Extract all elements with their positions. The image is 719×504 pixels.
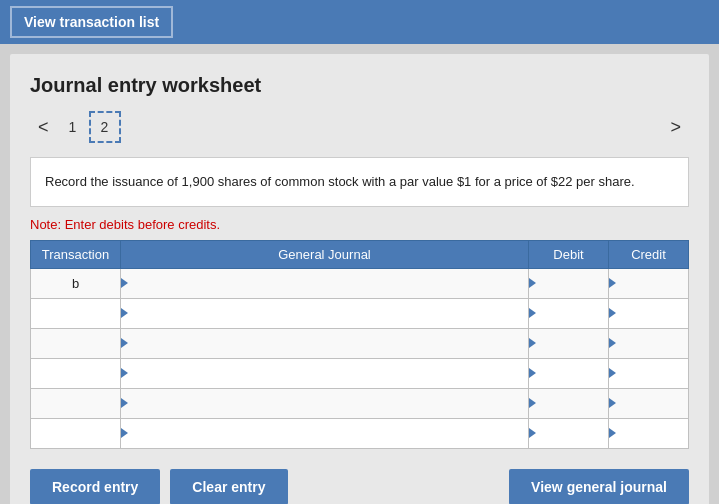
gj-cell-1[interactable]: [121, 298, 529, 328]
table-row: [31, 388, 689, 418]
gj-input-3[interactable]: [121, 359, 528, 388]
debit-input-3[interactable]: [529, 359, 608, 388]
debit-input-0[interactable]: [529, 269, 608, 298]
gj-input-2[interactable]: [121, 329, 528, 358]
debit-input-2[interactable]: [529, 329, 608, 358]
buttons-row: Record entry Clear entry View general jo…: [30, 469, 689, 505]
worksheet-title: Journal entry worksheet: [30, 74, 689, 97]
tri-left-icon: [609, 398, 616, 408]
tri-left-icon: [121, 338, 128, 348]
tri-left-icon: [121, 368, 128, 378]
credit-cell-3[interactable]: [609, 358, 689, 388]
credit-cell-0[interactable]: [609, 268, 689, 298]
tri-left-icon: [529, 338, 536, 348]
table-row: [31, 328, 689, 358]
tri-left-icon: [609, 308, 616, 318]
credit-cell-5[interactable]: [609, 418, 689, 448]
tri-left-icon: [121, 278, 128, 288]
clear-entry-button[interactable]: Clear entry: [170, 469, 287, 505]
credit-cell-1[interactable]: [609, 298, 689, 328]
debit-cell-1[interactable]: [529, 298, 609, 328]
gj-input-0[interactable]: [121, 269, 528, 298]
gj-cell-0[interactable]: [121, 268, 529, 298]
tri-left-icon: [609, 428, 616, 438]
debit-input-1[interactable]: [529, 299, 608, 328]
note-text: Note: Enter debits before credits.: [30, 217, 689, 232]
gj-input-5[interactable]: [121, 419, 528, 448]
debit-cell-3[interactable]: [529, 358, 609, 388]
transaction-cell-5: [31, 418, 121, 448]
tri-left-icon: [121, 398, 128, 408]
transaction-cell-1: [31, 298, 121, 328]
journal-table: Transaction General Journal Debit Credit…: [30, 240, 689, 449]
table-row: [31, 358, 689, 388]
table-row: [31, 298, 689, 328]
col-header-debit: Debit: [529, 240, 609, 268]
pagination: < 1 2 >: [30, 111, 689, 143]
transaction-cell-0: b: [31, 268, 121, 298]
gj-cell-5[interactable]: [121, 418, 529, 448]
col-header-transaction: Transaction: [31, 240, 121, 268]
table-header-row: Transaction General Journal Debit Credit: [31, 240, 689, 268]
col-header-general-journal: General Journal: [121, 240, 529, 268]
gj-input-4[interactable]: [121, 389, 528, 418]
instruction-box: Record the issuance of 1,900 shares of c…: [30, 157, 689, 207]
debit-cell-4[interactable]: [529, 388, 609, 418]
main-content: Journal entry worksheet < 1 2 > Record t…: [10, 54, 709, 504]
credit-input-0[interactable]: [609, 269, 688, 298]
tri-left-icon: [121, 428, 128, 438]
transaction-cell-3: [31, 358, 121, 388]
view-general-journal-button[interactable]: View general journal: [509, 469, 689, 505]
debit-input-5[interactable]: [529, 419, 608, 448]
gj-input-1[interactable]: [121, 299, 528, 328]
tri-left-icon: [529, 428, 536, 438]
debit-cell-0[interactable]: [529, 268, 609, 298]
debit-input-4[interactable]: [529, 389, 608, 418]
tri-left-icon: [121, 308, 128, 318]
debit-cell-2[interactable]: [529, 328, 609, 358]
credit-input-2[interactable]: [609, 329, 688, 358]
tri-left-icon: [529, 278, 536, 288]
debit-cell-5[interactable]: [529, 418, 609, 448]
tri-left-icon: [609, 278, 616, 288]
table-row: [31, 418, 689, 448]
credit-input-3[interactable]: [609, 359, 688, 388]
credit-input-1[interactable]: [609, 299, 688, 328]
next-page-button[interactable]: >: [662, 113, 689, 142]
credit-input-5[interactable]: [609, 419, 688, 448]
credit-input-4[interactable]: [609, 389, 688, 418]
gj-cell-3[interactable]: [121, 358, 529, 388]
table-row: b: [31, 268, 689, 298]
top-bar: View transaction list: [0, 0, 719, 44]
view-transaction-button[interactable]: View transaction list: [10, 6, 173, 38]
page-2-button[interactable]: 2: [89, 111, 121, 143]
gj-cell-4[interactable]: [121, 388, 529, 418]
tri-left-icon: [529, 308, 536, 318]
transaction-cell-4: [31, 388, 121, 418]
tri-left-icon: [609, 368, 616, 378]
prev-page-button[interactable]: <: [30, 113, 57, 142]
tri-left-icon: [529, 368, 536, 378]
gj-cell-2[interactable]: [121, 328, 529, 358]
credit-cell-2[interactable]: [609, 328, 689, 358]
tri-left-icon: [609, 338, 616, 348]
col-header-credit: Credit: [609, 240, 689, 268]
page-1-button[interactable]: 1: [57, 111, 89, 143]
record-entry-button[interactable]: Record entry: [30, 469, 160, 505]
credit-cell-4[interactable]: [609, 388, 689, 418]
transaction-cell-2: [31, 328, 121, 358]
tri-left-icon: [529, 398, 536, 408]
